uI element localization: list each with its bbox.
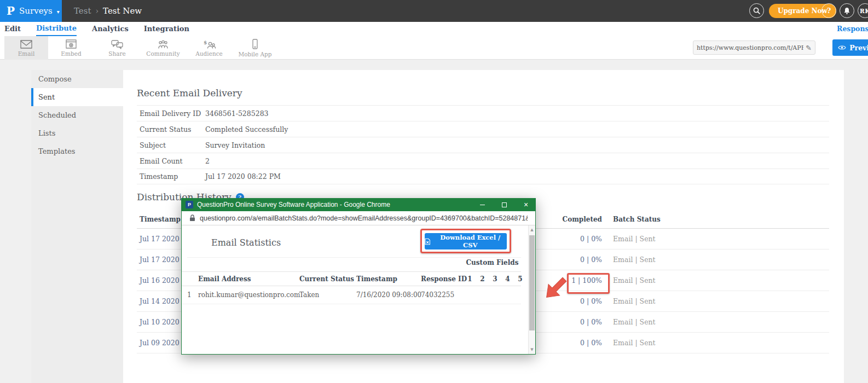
survey-url-field: ✎ xyxy=(693,40,815,55)
help-icon: ? xyxy=(827,7,831,15)
sidebar-item-compose[interactable]: Compose xyxy=(31,70,123,88)
download-excel-csv-button[interactable]: Download Excel / CSV xyxy=(425,233,507,249)
address-bar[interactable]: questionpro.com/a/emailBatchStats.do?mod… xyxy=(182,211,535,225)
channel-mobile-app[interactable]: Mobile App xyxy=(233,36,277,60)
preview-button[interactable]: Preview xyxy=(832,39,868,56)
column-custom-5: 5 xyxy=(514,272,526,286)
email-statistics-page: Email Statistics Download Excel / CSV Cu… xyxy=(182,225,535,354)
table-header: Email Address Current Status Timestamp R… xyxy=(182,271,521,286)
table-row: Timestamp Jul 17 2020 08:22 PM xyxy=(137,169,829,184)
field-label: Subject xyxy=(137,141,205,149)
survey-url-input[interactable] xyxy=(697,44,803,51)
email-sidebar: Compose Sent Scheduled Lists Templates xyxy=(31,70,123,383)
timestamp: 7/16/2020 09:08:00 xyxy=(356,286,420,304)
field-value: Survey Invitation xyxy=(205,141,265,149)
response-id: 74032255 xyxy=(421,286,462,304)
email-statistics-title: Email Statistics xyxy=(211,237,281,248)
custom-fields-label: Custom Fields xyxy=(458,259,526,266)
address-url: questionpro.com/a/emailBatchStats.do?mod… xyxy=(200,214,528,222)
surveys-menu[interactable]: P Surveys ▾ xyxy=(0,0,62,22)
tab-edit[interactable]: Edit xyxy=(4,22,21,36)
responses-count[interactable]: Responses: 1 xyxy=(837,22,868,36)
breadcrumb: Test › Test New xyxy=(74,0,142,22)
excel-file-icon xyxy=(425,238,430,245)
search-icon xyxy=(753,7,760,14)
column-batch-status: Batch Status xyxy=(602,216,661,223)
scroll-down-icon[interactable]: ▼ xyxy=(529,346,535,353)
lock-icon xyxy=(189,214,195,222)
recent-email-delivery-table: Email Delivery ID 3468561-5285283 Curren… xyxy=(137,105,829,184)
popup-scrollbar[interactable]: ▲ ▼ xyxy=(528,225,535,354)
search-button[interactable] xyxy=(749,3,764,18)
channel-embed[interactable]: Embed xyxy=(49,36,93,60)
batch-status: Email | Sent xyxy=(602,235,656,243)
audience-icon: $ xyxy=(202,39,216,49)
scroll-up-icon[interactable]: ▲ xyxy=(529,227,535,233)
breadcrumb-parent[interactable]: Test xyxy=(74,6,91,16)
sidebar-item-lists[interactable]: Lists xyxy=(31,124,123,142)
email-address: rohit.kumar@questionpro.com xyxy=(198,286,298,304)
notifications-button[interactable] xyxy=(840,3,854,18)
channel-email[interactable]: Email xyxy=(4,36,48,60)
sidebar-item-sent[interactable]: Sent xyxy=(31,88,123,106)
table-row: 1 rohit.kumar@questionpro.com Taken 7/16… xyxy=(182,286,521,304)
breadcrumb-separator-icon: › xyxy=(95,7,99,15)
avatar[interactable]: RK xyxy=(858,3,868,18)
breadcrumb-current: Test New xyxy=(103,6,142,16)
product-name: Surveys xyxy=(19,6,53,16)
top-bar: P Surveys ▾ Test › Test New Upgrade Now … xyxy=(0,0,868,22)
tab-analytics[interactable]: Analytics xyxy=(92,22,129,36)
scrollbar-thumb[interactable] xyxy=(529,235,535,330)
channel-community[interactable]: Community xyxy=(141,36,185,60)
batch-status: Email | Sent xyxy=(602,339,656,347)
row-index: 1 xyxy=(187,286,196,304)
current-status: Taken xyxy=(299,286,354,304)
tab-integration[interactable]: Integration xyxy=(144,22,189,36)
channel-share[interactable]: Share xyxy=(95,36,139,60)
batch-status: Email | Sent xyxy=(602,318,656,326)
batch-status: Email | Sent xyxy=(602,256,656,264)
minimize-button[interactable] xyxy=(474,198,490,211)
field-label: Email Count xyxy=(137,157,205,165)
table-row: Email Delivery ID 3468561-5285283 xyxy=(137,105,829,121)
column-response-id: Response ID xyxy=(421,272,462,286)
field-label: Email Delivery ID xyxy=(137,109,205,118)
caret-down-icon: ▾ xyxy=(57,8,60,15)
column-custom-3: 3 xyxy=(489,272,501,286)
questionpro-favicon: P xyxy=(186,201,193,208)
field-label: Current Status xyxy=(137,125,205,134)
field-value: Completed Successfully xyxy=(205,125,288,134)
table-row: Subject Survey Invitation xyxy=(137,137,829,153)
field-label: Timestamp xyxy=(137,172,205,181)
email-icon xyxy=(20,39,33,49)
help-button[interactable]: ? xyxy=(821,3,836,18)
maximize-button[interactable] xyxy=(496,198,512,211)
edit-url-icon[interactable]: ✎ xyxy=(806,44,812,52)
field-value: 3468561-5285283 xyxy=(205,109,269,118)
sidebar-item-templates[interactable]: Templates xyxy=(31,142,123,160)
field-value: Jul 17 2020 08:22 PM xyxy=(205,172,281,181)
recent-email-delivery-title: Recent Email Delivery xyxy=(137,88,242,98)
batch-status: Email | Sent xyxy=(602,297,656,305)
distribute-toolbar: Email Embed Share Community $ xyxy=(0,36,868,60)
batch-status: Email | Sent xyxy=(602,276,656,285)
column-timestamp: Timestamp xyxy=(356,272,420,286)
questionpro-logo: P xyxy=(7,4,15,18)
tab-distribute[interactable]: Distribute xyxy=(36,22,77,36)
table-row: Email Count 2 xyxy=(137,153,829,169)
eye-icon xyxy=(838,45,846,50)
svg-text:$: $ xyxy=(204,40,207,45)
column-custom-1: 1 xyxy=(464,272,476,286)
survey-nav: Edit Distribute Analytics Integration Re… xyxy=(0,22,868,36)
divider xyxy=(187,257,521,258)
window-title: QuestionPro Online Survey Software Appli… xyxy=(197,201,390,208)
channel-audience[interactable]: $ Audience xyxy=(187,36,231,60)
embed-icon xyxy=(65,39,78,49)
sidebar-item-scheduled[interactable]: Scheduled xyxy=(31,106,123,124)
window-titlebar[interactable]: P QuestionPro Online Survey Software App… xyxy=(181,198,536,211)
mobile-app-icon xyxy=(248,39,262,50)
bell-icon xyxy=(843,7,850,15)
field-value: 2 xyxy=(205,157,210,165)
close-button[interactable]: × xyxy=(518,198,534,211)
community-icon xyxy=(157,39,170,49)
